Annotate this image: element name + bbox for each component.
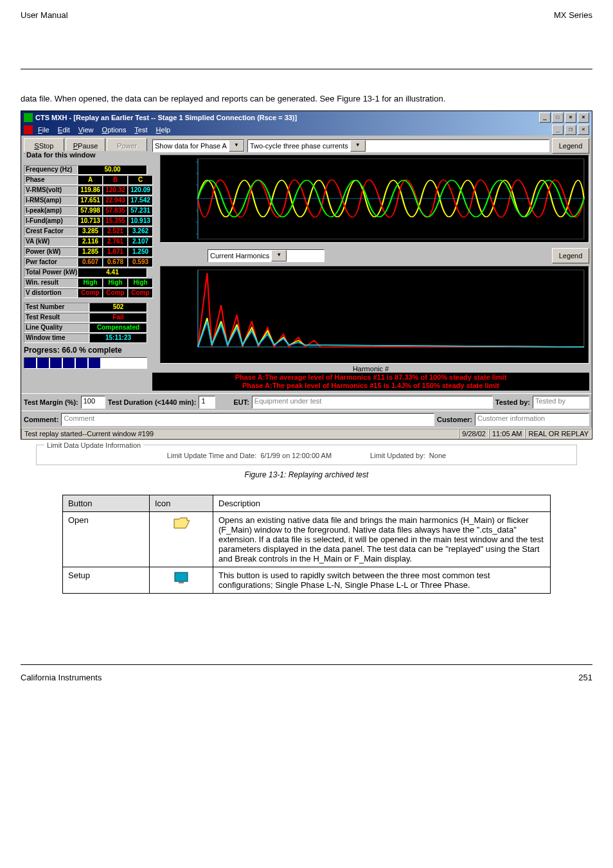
- menu-test[interactable]: Test: [134, 126, 147, 134]
- description-table: Button Icon Description Open Opens an ex…: [62, 495, 551, 594]
- bottom-chart: 302520151050 481216202428323640: [160, 266, 589, 364]
- svg-text:12: 12: [305, 350, 315, 357]
- val-pf-b: 0.678: [103, 258, 128, 267]
- val-wr-b: High: [103, 278, 128, 288]
- lbl-tn: Test Number: [24, 303, 89, 312]
- menu-edit[interactable]: Edit: [58, 126, 70, 134]
- lbl-phase: Phase: [24, 175, 78, 185]
- val-vd-b: Comp: [103, 288, 128, 298]
- chevron-down-icon: ▼: [229, 140, 244, 152]
- lbl-irms: I-RMS(amp): [24, 196, 78, 206]
- svg-text:36: 36: [533, 350, 544, 357]
- menu-options[interactable]: Options: [102, 126, 127, 134]
- titlebar-outer: CTS MXH - [Replay an Earlier Test -- Sta…: [21, 111, 592, 124]
- maximize-button[interactable]: ☐: [552, 112, 564, 123]
- lbl-ifund: I-Fund(amp): [24, 217, 78, 226]
- lbl-ipk: I-peak(amp): [24, 206, 78, 216]
- val-pwr-c: 1.250: [128, 247, 153, 257]
- val-ph-b: B: [103, 175, 128, 185]
- val-ipk-c: 57.231: [128, 206, 153, 216]
- menu-view[interactable]: View: [78, 126, 94, 134]
- val-vrms-c: 120.09: [128, 186, 153, 195]
- val-irms-b: 22.943: [103, 196, 128, 206]
- svg-text:8: 8: [269, 350, 274, 357]
- input-margin[interactable]: 100: [81, 396, 105, 409]
- input-tested[interactable]: Tested by: [533, 396, 589, 409]
- svg-text:5: 5: [189, 326, 194, 333]
- svg-text:20: 20: [184, 292, 194, 299]
- val-wr-c: High: [128, 278, 153, 288]
- lbl-duration: Test Duration (<1440 min):: [108, 398, 197, 406]
- close-button-2[interactable]: ×: [578, 112, 589, 123]
- lbl-pwr: Power (kW): [24, 247, 78, 257]
- limit-by-lbl: Limit Updated by:: [370, 452, 425, 459]
- svg-text:40: 40: [571, 350, 582, 357]
- limit-time-lbl: Limit Update Time and Date:: [167, 452, 256, 459]
- app-title: CTS MXH - [Replay an Earlier Test -- Sta…: [35, 114, 538, 121]
- svg-text:-25: -25: [181, 206, 194, 213]
- group-title: Data for this window: [25, 151, 148, 159]
- val-ifund-b: 15.355: [103, 217, 128, 226]
- lbl-comment: Comment:: [24, 416, 58, 423]
- limit-info-box: Limit Data Update Information Limit Upda…: [36, 445, 577, 465]
- mid-toolbar: Current Harmonics▼ Legend: [152, 248, 589, 263]
- th-desc: Description: [213, 495, 551, 511]
- lbl-pf: Pwr factor: [24, 258, 78, 267]
- input-duration[interactable]: 1: [199, 396, 215, 409]
- open-icon: [173, 515, 190, 529]
- limit-info-title: Limit Data Update Information: [44, 441, 143, 449]
- val-ifund-a: 10.713: [78, 217, 103, 226]
- svg-text:-75: -75: [181, 229, 194, 236]
- svg-text:0: 0: [189, 342, 194, 350]
- val-ph-c: C: [128, 175, 153, 185]
- val-tr: Fail: [89, 313, 147, 323]
- svg-text:30: 30: [184, 269, 194, 276]
- input-customer[interactable]: Customer information: [475, 413, 589, 426]
- lbl-vd: V distortion: [24, 288, 78, 298]
- val-tn: 502: [89, 303, 147, 312]
- phase-select[interactable]: Show data for Phase A▼: [152, 139, 245, 152]
- child-close-button[interactable]: ×: [578, 125, 589, 135]
- footer-rule: [21, 664, 592, 665]
- child-minimize-button[interactable]: _: [552, 125, 564, 135]
- menu-help[interactable]: Help: [156, 126, 171, 134]
- val-va-c: 2.107: [128, 237, 153, 247]
- th-icon: Icon: [150, 495, 213, 511]
- legend-button-bottom[interactable]: Legend: [552, 248, 589, 263]
- input-eut[interactable]: Equipment under test: [252, 396, 493, 409]
- progress-label: Progress: 66.0 % complete: [24, 346, 147, 355]
- lbl-tp: Total Power (kW): [24, 268, 78, 278]
- footer-left: California Instruments: [21, 673, 102, 682]
- harmonics-select[interactable]: Current Harmonics▼: [208, 249, 324, 262]
- child-restore-button[interactable]: ❐: [565, 125, 576, 135]
- figure-caption: Figure 13-1: Replaying archived test: [21, 470, 592, 479]
- val-pwr-a: 1.285: [78, 247, 103, 257]
- legend-button-top[interactable]: Legend: [552, 138, 589, 154]
- header-left: User Manual: [21, 10, 68, 20]
- svg-text:32: 32: [495, 350, 505, 357]
- val-pwr-b: 1.871: [103, 247, 128, 257]
- svg-text:15: 15: [184, 303, 194, 310]
- input-comment[interactable]: Comment: [61, 413, 434, 426]
- svg-text:25: 25: [184, 280, 194, 287]
- progress-bar: [24, 357, 147, 369]
- th-button: Button: [63, 495, 150, 511]
- lbl-cf: Crest Factor: [24, 227, 78, 236]
- close-button[interactable]: ×: [565, 112, 576, 123]
- svg-text:50: 50: [184, 169, 194, 176]
- top-rule: [21, 69, 592, 69]
- row2-desc: This button is used to rapidly switch be…: [213, 567, 551, 593]
- footer-right: 251: [578, 673, 592, 682]
- minimize-button[interactable]: _: [539, 112, 551, 123]
- lbl-eut: EUT:: [233, 398, 249, 406]
- val-pf-a: 0.607: [78, 258, 103, 267]
- val-va-a: 2.116: [78, 237, 103, 247]
- val-vd-c: Comp: [128, 288, 153, 298]
- svg-text:75: 75: [184, 157, 194, 164]
- mode-select[interactable]: Two-cycle three phase currents▼: [247, 139, 549, 152]
- val-ipk-b: 57.835: [103, 206, 128, 216]
- menu-file[interactable]: File: [38, 126, 49, 134]
- limit-time-val: 6/1/99 on 12:00:00 AM: [260, 452, 332, 459]
- status-strip: Phase A:The average level of Harmonics #…: [152, 373, 589, 391]
- lbl-customer: Customer:: [437, 416, 472, 423]
